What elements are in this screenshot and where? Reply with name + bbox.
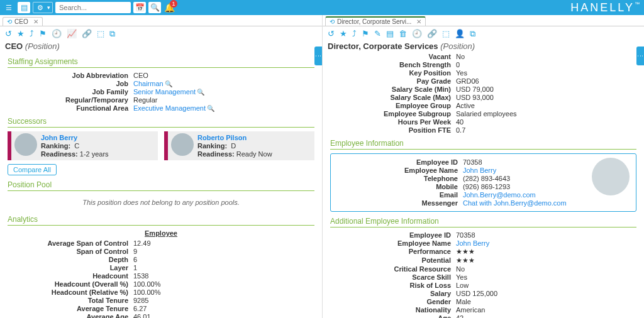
kv-row: Total Tenure9285 bbox=[8, 297, 314, 304]
link-icon[interactable]: 🔗 bbox=[82, 29, 92, 39]
copy-icon[interactable]: ⧉ bbox=[109, 29, 115, 39]
kv-row: Scarce SkillYes bbox=[330, 273, 636, 281]
pool-empty-text: This position does not belong to any pos… bbox=[8, 195, 314, 210]
messenger-link[interactable]: Chat with John.Berry@demo.com bbox=[463, 199, 567, 207]
kv-row: Depth6 bbox=[8, 256, 314, 263]
kv-row: Average Tenure6.27 bbox=[8, 305, 314, 312]
share-icon[interactable]: ⤴ bbox=[352, 29, 357, 39]
hamburger-icon[interactable]: ☰ bbox=[3, 4, 15, 12]
kv-row: Employee SubgroupSalaried employees bbox=[330, 110, 636, 118]
kv-row: GenderMale bbox=[330, 298, 636, 305]
tab-director[interactable]: ⟲ Director, Corporate Servi... ✕ bbox=[325, 16, 426, 26]
clock-icon[interactable]: 🕘 bbox=[52, 29, 62, 39]
chart-icon[interactable]: 📈 bbox=[67, 29, 77, 39]
star-icon[interactable]: ★ bbox=[17, 29, 25, 39]
section-staffing: Staffing Assignments bbox=[8, 57, 314, 66]
kv-row: Pay GradeGRD06 bbox=[330, 77, 636, 85]
kv-row: Span of Control9 bbox=[8, 248, 314, 255]
kv-row: Key PositionYes bbox=[330, 69, 636, 77]
kv-row: Headcount1538 bbox=[8, 272, 314, 280]
notifications-icon[interactable]: 🔔1 bbox=[164, 3, 175, 13]
kv-row: Salary Scale (Max)USD 93,000 bbox=[330, 94, 636, 101]
workspace: ⋮ ⟲ CEO ✕ ↺ ★ ⤴ ⚑ 🕘 📈 🔗 ⬚ ⧉ CEO (Positio… bbox=[0, 15, 644, 318]
panel-toolbar: ↺ ★ ⤴ ⚑ ✎ ▤ 🗑 🕘 🔗 ⬚ 👤 ⧉ bbox=[323, 26, 644, 41]
successor-card[interactable]: John Berry Ranking: C Readiness: 1-2 yea… bbox=[8, 131, 158, 160]
kv-row: Salary Scale (Min)USD 79,000 bbox=[330, 85, 636, 93]
kv-row: SalaryUSD 125,000 bbox=[330, 290, 636, 297]
delete-icon[interactable]: 🗑 bbox=[399, 29, 407, 39]
history-icon[interactable]: ↺ bbox=[5, 29, 12, 39]
kv-row: Layer1 bbox=[8, 264, 314, 271]
panel-handle-right[interactable]: ⋮ bbox=[636, 47, 644, 65]
avatar bbox=[14, 133, 37, 156]
compare-all-button[interactable]: Compare All bbox=[8, 164, 57, 175]
magnify-icon: 🔍 bbox=[197, 89, 204, 96]
tab-row: ⟲ CEO ✕ bbox=[0, 15, 322, 26]
share-icon[interactable]: ⤴ bbox=[30, 29, 34, 39]
analytics-employee-header: Employee bbox=[8, 229, 314, 237]
kv-row: Potential★★★ bbox=[330, 256, 636, 265]
back-icon: ⟲ bbox=[330, 18, 335, 25]
tab-ceo[interactable]: ⟲ CEO ✕ bbox=[3, 17, 43, 26]
hierarchy-icon[interactable]: ⬚ bbox=[442, 29, 450, 39]
clock-icon[interactable]: 🕘 bbox=[412, 29, 422, 39]
calendar-button[interactable]: 📅 bbox=[133, 2, 146, 13]
search-button[interactable]: 🔍 bbox=[148, 2, 161, 13]
left-panel: ⋮ ⟲ CEO ✕ ↺ ★ ⤴ ⚑ 🕘 📈 🔗 ⬚ ⧉ CEO (Positio… bbox=[0, 15, 322, 318]
topbar: ☰ ▤ ⚙ 📅 🔍 🔔1 HANELLY™ bbox=[0, 0, 644, 15]
magnify-icon: 🔍 bbox=[207, 105, 214, 112]
home-button[interactable]: ▤ bbox=[18, 2, 30, 13]
kv-row: Average Age46.01 bbox=[8, 313, 314, 318]
avatar bbox=[171, 133, 194, 156]
kv-row: Position FTE0.7 bbox=[330, 126, 636, 134]
kv-row: Job FamilySenior Management🔍 bbox=[8, 88, 314, 96]
right-panel: ⋮ ⟲ Director, Corporate Servi... ✕ ↺ ★ ⤴… bbox=[322, 15, 644, 318]
kv-row: Hours Per Week40 bbox=[330, 118, 636, 126]
kv-row: Headcount (Relative %)100.00% bbox=[8, 288, 314, 296]
kv-row: NationalityAmerican bbox=[330, 306, 636, 314]
copy-icon[interactable]: ⧉ bbox=[470, 29, 475, 39]
kv-row: Employee ID70358 bbox=[330, 231, 636, 239]
brand-logo: HANELLY™ bbox=[570, 1, 641, 14]
back-icon: ⟲ bbox=[7, 18, 12, 25]
panel-toolbar: ↺ ★ ⤴ ⚑ 🕘 📈 🔗 ⬚ ⧉ bbox=[0, 26, 322, 41]
search-input[interactable] bbox=[55, 2, 131, 13]
link-icon[interactable]: 🔗 bbox=[427, 29, 437, 39]
notification-badge: 1 bbox=[170, 0, 177, 8]
user-icon[interactable]: 👤 bbox=[455, 29, 465, 39]
kv-row: Bench Strength0 bbox=[330, 61, 636, 69]
right-scroll[interactable]: VacantNoBench Strength0Key PositionYesPa… bbox=[323, 52, 644, 318]
globe-icon: ⚙ bbox=[37, 4, 43, 12]
panel-title: CEO (Position) bbox=[0, 41, 322, 52]
kv-row: Employee NameJohn Berry bbox=[330, 239, 636, 247]
flag-icon[interactable]: ⚑ bbox=[39, 29, 47, 39]
kv-row: Functional AreaExecutive Management🔍 bbox=[8, 104, 314, 112]
employee-name-link[interactable]: John Berry bbox=[463, 167, 496, 174]
section-successors: Successors bbox=[8, 117, 314, 126]
kv-row: Critical ResourceNo bbox=[330, 265, 636, 273]
flag-icon[interactable]: ⚑ bbox=[362, 29, 369, 39]
kv-row: JobChairman🔍 bbox=[8, 80, 314, 87]
form-icon[interactable]: ▤ bbox=[386, 29, 394, 39]
kv-row: Regular/TemporaryRegular bbox=[8, 96, 314, 104]
section-addl-info: Additional Employee Information bbox=[330, 217, 636, 226]
left-scroll[interactable]: Staffing Assignments Job AbbreviationCEO… bbox=[0, 52, 322, 318]
history-icon[interactable]: ↺ bbox=[328, 29, 335, 39]
edit-icon[interactable]: ✎ bbox=[374, 29, 381, 39]
kv-row: Headcount (Overall %)100.00% bbox=[8, 280, 314, 288]
successor-name: Roberto Pilson bbox=[197, 134, 272, 141]
successor-card[interactable]: Roberto Pilson Ranking: D Readiness: Rea… bbox=[164, 131, 314, 160]
employee-photo bbox=[592, 158, 630, 195]
panel-handle-left[interactable]: ⋮ bbox=[314, 47, 322, 65]
hierarchy-icon[interactable]: ⬚ bbox=[97, 29, 104, 39]
close-icon[interactable]: ✕ bbox=[416, 18, 421, 25]
close-icon[interactable]: ✕ bbox=[33, 18, 38, 25]
star-icon[interactable]: ★ bbox=[340, 29, 347, 39]
successor-name: John Berry bbox=[41, 134, 109, 141]
kv-row: Performance★★★ bbox=[330, 248, 636, 256]
magnify-icon: 🔍 bbox=[165, 80, 172, 87]
successor-row: John Berry Ranking: C Readiness: 1-2 yea… bbox=[8, 131, 314, 160]
email-link[interactable]: John.Berry@demo.com bbox=[463, 191, 536, 199]
kv-row: Average Span of Control12.49 bbox=[8, 239, 314, 247]
view-dropdown[interactable]: ⚙ bbox=[33, 2, 53, 13]
